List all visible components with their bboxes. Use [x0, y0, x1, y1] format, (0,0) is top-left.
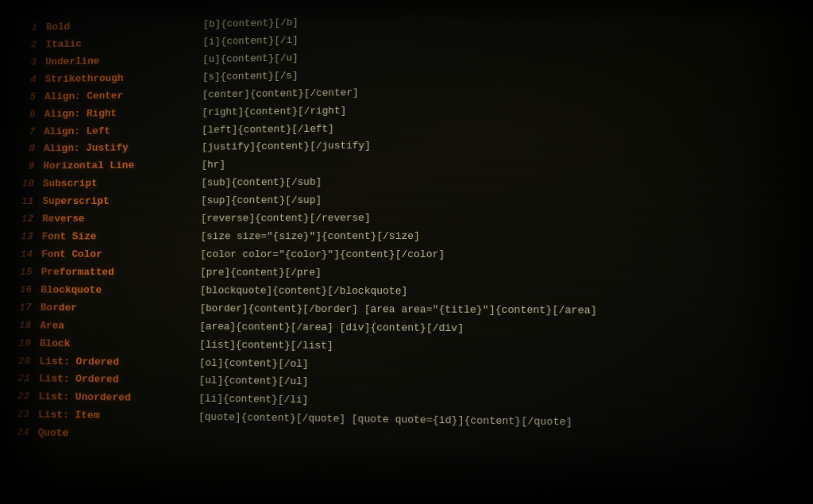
row-code: [hr] [202, 158, 225, 174]
row-label: List: Ordered [39, 371, 199, 390]
row-code: [pre]{content}[/pre] [200, 265, 322, 281]
table-row: 13Font Size[size size="{size}"]{content}… [13, 227, 813, 246]
row-code: [list]{content}[/list] [199, 337, 333, 353]
line-number: 2 [17, 37, 46, 53]
line-number: 7 [16, 124, 44, 140]
line-number: 3 [17, 55, 46, 71]
line-number: 4 [17, 72, 45, 88]
line-number: 23 [10, 407, 38, 424]
row-label: Font Size [41, 229, 200, 246]
row-label: List: Unordered [38, 390, 198, 408]
line-number: 17 [12, 300, 40, 317]
line-number: 22 [10, 389, 38, 406]
row-code: [left]{content}[/left] [202, 121, 334, 137]
line-number: 18 [11, 317, 40, 334]
row-label: Reverse [42, 211, 201, 228]
row-code: [reverse]{content}[/reverse] [201, 210, 371, 226]
line-number: 11 [14, 194, 43, 210]
row-code: [li]{content}[/li] [198, 391, 308, 409]
line-number: 9 [15, 159, 44, 175]
row-code: [size size="{size}"]{content}[/size] [201, 229, 420, 244]
row-label: Strikethrough [44, 70, 202, 88]
row-code: [center]{content}[/center] [202, 85, 359, 102]
row-code: [area]{content}[/area] [div]{content}[/d… [199, 319, 464, 337]
row-label: Horizontal Line [43, 158, 202, 175]
line-number: 6 [16, 106, 44, 122]
line-number: 20 [10, 353, 39, 370]
row-label: Align: Justify [44, 140, 202, 157]
row-code: [b]{content}[/b] [203, 15, 299, 33]
row-label: Quote [37, 425, 198, 444]
row-label: Italic [45, 34, 202, 52]
row-label: Align: Center [44, 87, 202, 106]
line-number: 15 [13, 264, 41, 280]
row-label: Superscript [42, 194, 201, 210]
line-number: 8 [15, 141, 44, 157]
row-label: Area [40, 318, 199, 336]
row-label: Align: Right [44, 105, 202, 122]
line-number: 13 [13, 229, 42, 245]
line-number: 1 [17, 20, 46, 36]
row-label: Font Color [41, 247, 201, 264]
row-label: Blockquote [40, 283, 200, 299]
row-code: [justify]{content}[/justify] [202, 138, 371, 156]
line-number: 5 [17, 89, 45, 105]
row-code: [right]{content}[/right] [202, 103, 346, 121]
line-number: 14 [13, 247, 41, 263]
row-code: [border]{content}[/border] [area area="{… [200, 301, 597, 319]
row-label: Underline [45, 52, 202, 70]
row-label: Subscript [43, 175, 202, 192]
table-row: 15Preformatted[pre]{content}[/pre] [13, 264, 813, 283]
row-code: [sub]{content}[/sub] [201, 175, 322, 191]
line-number: 19 [11, 336, 40, 352]
editor-container: 1Bold[b]{content}[/b]2Italic[i]{content}… [0, 0, 813, 504]
line-number: 12 [13, 212, 42, 228]
line-number: 24 [9, 425, 37, 441]
table-row: 11Superscript[sup]{content}[/sup] [14, 190, 813, 211]
table-row: 14Font Color[color color="{color}"]{cont… [13, 246, 813, 265]
row-label: Bold [46, 17, 203, 36]
row-label: Border [40, 300, 200, 317]
row-code: [color color="{color}"]{content}[/color] [200, 247, 445, 263]
line-number: 16 [12, 283, 40, 299]
row-code: [i]{content}[/i] [202, 33, 298, 50]
row-code: [sup]{content}[/sup] [201, 193, 322, 209]
row-code: [ul]{content}[/ul] [199, 373, 309, 391]
table-row: 12Reverse[reverse]{content}[/reverse] [13, 208, 813, 229]
row-code: [ol]{content}[/ol] [199, 355, 309, 371]
row-label: Preformatted [41, 264, 201, 281]
row-code: [u]{content}[/u] [202, 50, 298, 67]
row-label: List: Ordered [39, 353, 199, 371]
row-code: [s]{content}[/s] [202, 68, 299, 85]
row-code: [blockquote]{content}[/blockquote] [200, 283, 407, 299]
line-number: 10 [14, 176, 43, 192]
row-label: Align: Left [44, 122, 202, 140]
row-label: List: Item [38, 407, 198, 426]
code-table: 1Bold[b]{content}[/b]2Italic[i]{content}… [9, 0, 813, 466]
row-label: Block [40, 336, 200, 353]
line-number: 21 [10, 371, 39, 388]
